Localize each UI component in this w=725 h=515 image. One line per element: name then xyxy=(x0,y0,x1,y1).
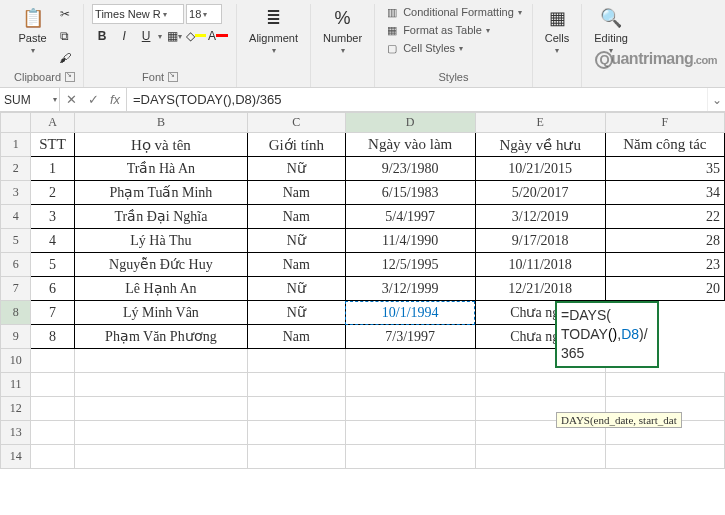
cell[interactable]: 9/23/1980 xyxy=(345,157,475,181)
cell[interactable]: 10/11/2018 xyxy=(475,253,605,277)
row-header-5[interactable]: 5 xyxy=(1,229,31,253)
cell[interactable]: 6/15/1983 xyxy=(345,181,475,205)
row-header-3[interactable]: 3 xyxy=(1,181,31,205)
alignment-button[interactable]: ≣ Alignment ▾ xyxy=(245,4,302,57)
cell[interactable] xyxy=(31,421,74,445)
cell[interactable]: 23 xyxy=(605,253,724,277)
cell[interactable]: Nam xyxy=(248,205,346,229)
cell[interactable] xyxy=(605,373,724,397)
cell[interactable] xyxy=(248,373,346,397)
cell[interactable] xyxy=(605,445,724,469)
col-header-C[interactable]: C xyxy=(248,113,346,133)
cell[interactable] xyxy=(345,349,475,373)
row-header-13[interactable]: 13 xyxy=(1,421,31,445)
bold-button[interactable]: B xyxy=(92,26,112,46)
row-header-2[interactable]: 2 xyxy=(1,157,31,181)
clipboard-launcher[interactable] xyxy=(65,72,75,82)
cell[interactable]: 7 xyxy=(31,301,74,325)
copy-button[interactable]: ⧉ xyxy=(55,26,75,46)
cell[interactable]: Lê Hạnh An xyxy=(74,277,247,301)
cell[interactable]: Ngày vào làm xyxy=(345,133,475,157)
enter-formula-button[interactable]: ✓ xyxy=(82,92,104,107)
cell[interactable]: 5 xyxy=(31,253,74,277)
cell[interactable]: Năm công tác xyxy=(605,133,724,157)
row-header-12[interactable]: 12 xyxy=(1,397,31,421)
cell[interactable]: Nam xyxy=(248,325,346,349)
cell[interactable]: 5/4/1997 xyxy=(345,205,475,229)
cell[interactable]: 4 xyxy=(31,229,74,253)
cell[interactable]: 34 xyxy=(605,181,724,205)
cell[interactable]: 3/12/1999 xyxy=(345,277,475,301)
cell[interactable] xyxy=(74,445,247,469)
cell[interactable]: Phạm Văn Phương xyxy=(74,325,247,349)
cell-F8-editing[interactable]: =DAYS( TODAY(),D8)/ 365 xyxy=(555,301,659,368)
cell[interactable]: 10/21/2015 xyxy=(475,157,605,181)
cell[interactable] xyxy=(345,445,475,469)
cell[interactable]: Nữ xyxy=(248,229,346,253)
cell[interactable]: 11/4/1990 xyxy=(345,229,475,253)
cell[interactable]: 3/12/2019 xyxy=(475,205,605,229)
row-header-8[interactable]: 8 xyxy=(1,301,31,325)
format-as-table-button[interactable]: ▦Format as Table▾ xyxy=(383,22,492,38)
expand-formula-bar[interactable]: ⌄ xyxy=(707,88,725,111)
number-button[interactable]: % Number ▾ xyxy=(319,4,366,57)
cell[interactable]: 7/3/1997 xyxy=(345,325,475,349)
cell[interactable]: Phạm Tuấn Minh xyxy=(74,181,247,205)
col-header-E[interactable]: E xyxy=(475,113,605,133)
cell[interactable] xyxy=(74,373,247,397)
italic-button[interactable]: I xyxy=(114,26,134,46)
cell[interactable]: 8 xyxy=(31,325,74,349)
spreadsheet-grid[interactable]: A B C D E F 1 STT Họ và tên Giới tính Ng… xyxy=(0,112,725,515)
cell[interactable]: Nguyễn Đức Huy xyxy=(74,253,247,277)
row-header-9[interactable]: 9 xyxy=(1,325,31,349)
cell[interactable]: Giới tính xyxy=(248,133,346,157)
font-launcher[interactable] xyxy=(168,72,178,82)
underline-button[interactable]: U xyxy=(136,26,156,46)
col-header-D[interactable]: D xyxy=(345,113,475,133)
cell[interactable] xyxy=(74,397,247,421)
cell[interactable]: 12/21/2018 xyxy=(475,277,605,301)
cell[interactable] xyxy=(31,397,74,421)
cell[interactable] xyxy=(31,373,74,397)
select-all-corner[interactable] xyxy=(1,113,31,133)
cell[interactable] xyxy=(345,397,475,421)
col-header-F[interactable]: F xyxy=(605,113,724,133)
cell[interactable]: 20 xyxy=(605,277,724,301)
cell[interactable]: 9/17/2018 xyxy=(475,229,605,253)
row-header-10[interactable]: 10 xyxy=(1,349,31,373)
cell[interactable] xyxy=(345,421,475,445)
cell[interactable] xyxy=(248,349,346,373)
cell[interactable]: Nam xyxy=(248,181,346,205)
cell[interactable]: Trần Hà An xyxy=(74,157,247,181)
cell[interactable] xyxy=(74,421,247,445)
cut-button[interactable]: ✂ xyxy=(55,4,75,24)
cell[interactable]: 12/5/1995 xyxy=(345,253,475,277)
cell[interactable] xyxy=(248,397,346,421)
cell[interactable]: STT xyxy=(31,133,74,157)
border-button[interactable]: ▦▾ xyxy=(164,26,184,46)
cell[interactable]: Họ và tên xyxy=(74,133,247,157)
col-header-B[interactable]: B xyxy=(74,113,247,133)
paste-button[interactable]: 📋 Paste ▾ xyxy=(14,4,50,57)
cell[interactable]: 2 xyxy=(31,181,74,205)
cell[interactable] xyxy=(31,349,74,373)
format-painter-button[interactable]: 🖌 xyxy=(55,48,75,68)
row-header-4[interactable]: 4 xyxy=(1,205,31,229)
col-header-A[interactable]: A xyxy=(31,113,74,133)
name-box[interactable]: SUM▾ xyxy=(0,88,60,111)
font-size-combo[interactable]: 18▾ xyxy=(186,4,222,24)
cell[interactable]: Lý Hà Thu xyxy=(74,229,247,253)
row-header-14[interactable]: 14 xyxy=(1,445,31,469)
fill-color-button[interactable]: ◇ xyxy=(186,26,206,46)
cell[interactable]: 22 xyxy=(605,205,724,229)
cell[interactable] xyxy=(475,373,605,397)
cell[interactable] xyxy=(475,445,605,469)
cell[interactable]: Nữ xyxy=(248,157,346,181)
cell[interactable]: Trần Đại Nghĩa xyxy=(74,205,247,229)
cell[interactable]: 28 xyxy=(605,229,724,253)
cell[interactable]: 5/20/2017 xyxy=(475,181,605,205)
font-name-combo[interactable]: Times New R▾ xyxy=(92,4,184,24)
cell[interactable]: 10/1/1994 xyxy=(345,301,475,325)
row-header-6[interactable]: 6 xyxy=(1,253,31,277)
cell[interactable] xyxy=(248,421,346,445)
